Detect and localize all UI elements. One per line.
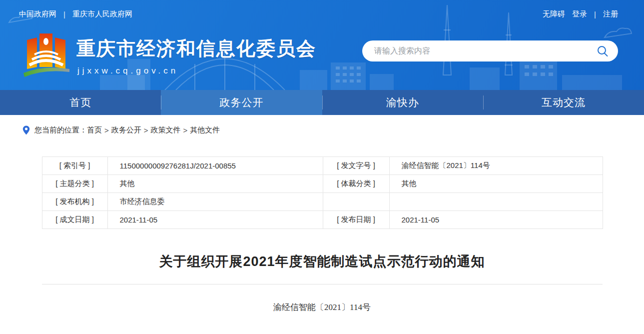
meta-value-doc-symbol: 渝经信智能〔2021〕114号 (389, 157, 603, 175)
site-title: 重庆市经济和信息化委员会 (76, 36, 316, 62)
table-row: [ 成文日期 ] 2021-11-05 [ 发布日期 ] 2021-11-05 (42, 211, 603, 229)
breadcrumb-separator: > (183, 126, 188, 134)
topbar: 中国政府网 | 重庆市人民政府网 无障碍 登录 | 注册 (19, 10, 618, 19)
meta-value-empty (389, 193, 603, 211)
breadcrumb-item-other-files[interactable]: 其他文件 (190, 126, 220, 135)
breadcrumb-item-home[interactable]: 首页 (87, 126, 102, 135)
meta-label-genre-category: [ 体裁分类 ] (323, 175, 389, 193)
link-accessibility[interactable]: 无障碍 (543, 10, 565, 19)
breadcrumb-separator: > (104, 126, 109, 134)
topbar-separator: | (63, 10, 65, 18)
meta-value-genre-category: 其他 (389, 175, 603, 193)
meta-label-publish-date: [ 发布日期 ] (323, 211, 389, 229)
meta-label-doc-symbol: [ 发文字号 ] (323, 157, 389, 175)
search-icon (597, 45, 609, 57)
document-number: 渝经信智能〔2021〕114号 (42, 302, 603, 313)
site-url: jjxxw.cq.gov.cn (77, 66, 316, 76)
nav-item-yukuaiban[interactable]: 渝快办 (322, 90, 483, 115)
title-divider (42, 284, 603, 284)
topbar-left-links: 中国政府网 | 重庆市人民政府网 (19, 10, 132, 19)
site-header: 中国政府网 | 重庆市人民政府网 无障碍 登录 | 注册 (0, 0, 644, 90)
brand-text: 重庆市经济和信息化委员会 jjxxw.cq.gov.cn (76, 36, 316, 76)
breadcrumb-item-policy-files[interactable]: 政策文件 (151, 126, 181, 135)
main-nav: 首页 政务公开 渝快办 互动交流 (0, 90, 644, 115)
search-button[interactable] (596, 44, 609, 58)
site-logo-icon (22, 29, 70, 80)
meta-value-written-date: 2021-11-05 (107, 211, 323, 229)
location-pin-icon (22, 126, 30, 135)
meta-label-empty (323, 193, 389, 211)
breadcrumb-prefix: 您当前的位置： (34, 126, 87, 135)
link-china-gov[interactable]: 中国政府网 (19, 10, 56, 19)
link-chongqing-gov[interactable]: 重庆市人民政府网 (72, 10, 132, 19)
nav-item-interaction[interactable]: 互动交流 (483, 90, 644, 115)
article-page: [ 索引号 ] 11500000009276281J/2021-00855 [ … (42, 156, 603, 313)
meta-value-issuing-agency: 市经济信息委 (107, 193, 323, 211)
breadcrumb-item-gov-disclosure[interactable]: 政务公开 (111, 126, 141, 135)
meta-label-index-number: [ 索引号 ] (42, 157, 107, 175)
breadcrumb: 您当前的位置： 首页 > 政务公开 > 政策文件 > 其他文件 (0, 115, 644, 135)
search-box (362, 40, 618, 62)
link-login[interactable]: 登录 (572, 10, 587, 19)
document-meta-table: [ 索引号 ] 11500000009276281J/2021-00855 [ … (42, 156, 603, 229)
search-input[interactable] (374, 46, 596, 56)
topbar-separator: | (594, 10, 596, 18)
meta-label-issuing-agency: [ 发布机构 ] (42, 193, 107, 211)
meta-label-topic-category: [ 主题分类 ] (42, 175, 107, 193)
site-brand[interactable]: 重庆市经济和信息化委员会 jjxxw.cq.gov.cn (22, 29, 316, 80)
table-row: [ 发布机构 ] 市经济信息委 (42, 193, 603, 211)
page-title: 关于组织开展2021年度智能制造试点示范行动的通知 (42, 252, 603, 270)
meta-value-topic-category: 其他 (107, 175, 323, 193)
nav-item-home[interactable]: 首页 (0, 90, 161, 115)
meta-value-index-number: 11500000009276281J/2021-00855 (107, 157, 323, 175)
table-row: [ 索引号 ] 11500000009276281J/2021-00855 [ … (42, 157, 603, 175)
nav-item-gov-disclosure[interactable]: 政务公开 (161, 90, 322, 115)
breadcrumb-separator: > (144, 126, 148, 134)
table-row: [ 主题分类 ] 其他 [ 体裁分类 ] 其他 (42, 175, 603, 193)
meta-label-written-date: [ 成文日期 ] (42, 211, 107, 229)
link-register[interactable]: 注册 (603, 10, 618, 19)
meta-value-publish-date: 2021-11-05 (389, 211, 603, 229)
topbar-right-links: 无障碍 登录 | 注册 (543, 10, 618, 19)
